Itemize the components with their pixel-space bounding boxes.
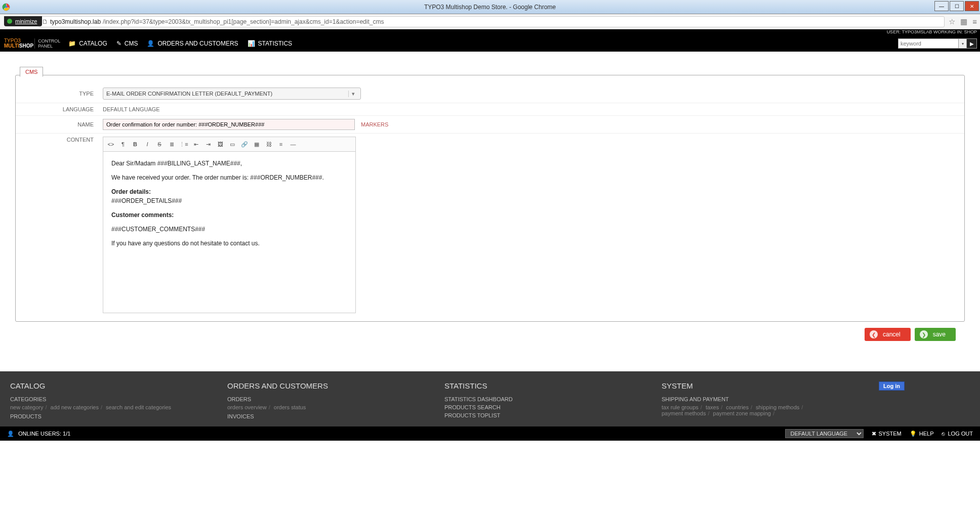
editor-align-button[interactable]: ≡: [275, 139, 287, 149]
editor-body[interactable]: Dear Sir/Madam ###BILLING_LAST_NAME###, …: [103, 151, 356, 313]
url-host: typo3multishop.lab: [50, 18, 101, 25]
nav-orders-customers[interactable]: 👤 ORDERS AND CUSTOMERS: [147, 40, 238, 47]
editor-italic-button[interactable]: I: [142, 139, 153, 149]
system-button[interactable]: ✖ SYSTEM: [872, 431, 902, 437]
menu-icon[interactable]: ≡: [972, 17, 977, 26]
user-icon: 👤: [147, 40, 154, 47]
cancel-button[interactable]: ❮ cancel: [865, 328, 911, 341]
pencil-icon: ✎: [116, 40, 121, 47]
footer-invoices[interactable]: INVOICES: [227, 413, 424, 419]
editor-bold-button[interactable]: B: [130, 139, 141, 149]
window-close-button[interactable]: ✕: [965, 1, 979, 11]
footer-shipping-payment[interactable]: SHIPPING AND PAYMENT: [662, 396, 859, 402]
minimize-tab[interactable]: minimize: [4, 16, 42, 26]
nav-catalog[interactable]: 📁 CATALOG: [68, 40, 107, 47]
footer-link-orders-status[interactable]: orders status: [274, 404, 306, 410]
minimize-link[interactable]: minimize: [15, 18, 37, 24]
editor-hr-button[interactable]: —: [288, 139, 299, 149]
footer-link-payment-zone[interactable]: payment zone mapping: [713, 410, 771, 416]
content-closing: If you have any questions do not hesitat…: [111, 239, 347, 248]
editor-ul-button[interactable]: ≣: [166, 139, 177, 149]
label-language: LANGUAGE: [22, 106, 103, 112]
page-icon: 🗋: [42, 18, 48, 25]
editor-table-button[interactable]: ▦: [251, 139, 262, 149]
chevron-down-icon: ▾: [348, 91, 357, 97]
footer-link-orders-overview[interactable]: orders overview: [227, 404, 267, 410]
user-info: USER: TYPO3MSLAB WORKING IN: SHOP: [887, 29, 977, 34]
window-minimize-button[interactable]: —: [934, 1, 949, 11]
search-dropdown[interactable]: ▾: [959, 38, 967, 49]
language-select[interactable]: DEFAULT LANGUAGE: [785, 429, 864, 438]
markers-link[interactable]: MARKERS: [361, 121, 388, 127]
window-controls: — ☐ ✕: [933, 1, 979, 11]
label-content: CONTENT: [22, 137, 103, 143]
footer-orders-title: ORDERS AND CUSTOMERS: [227, 381, 424, 390]
save-button[interactable]: ❯ save: [915, 328, 956, 341]
footer-stats-title: STATISTICS: [444, 381, 641, 390]
control-panel-label: CONTROLPANEL: [34, 38, 60, 49]
footer-products[interactable]: PRODUCTS: [10, 413, 207, 419]
content-customer-comments-label: Customer comments:: [111, 211, 174, 219]
nav-statistics[interactable]: 📊 STATISTICS: [248, 40, 293, 47]
search-go-button[interactable]: ▶: [967, 38, 977, 49]
name-input[interactable]: [103, 119, 355, 130]
nav-cms[interactable]: ✎ CMS: [116, 40, 138, 47]
type-select[interactable]: E-MAIL ORDER CONFIRMATION LETTER (DEFAUL…: [103, 88, 361, 100]
search-input[interactable]: [898, 38, 959, 49]
content-order-details-label: Order details:: [111, 188, 151, 195]
footer-link-taxes[interactable]: taxes: [706, 404, 719, 410]
editor-link-button[interactable]: ⛓: [263, 139, 274, 149]
footer-categories[interactable]: CATEGORIES: [10, 396, 207, 402]
help-icon: 💡: [910, 431, 917, 437]
chrome-favicon: [2, 3, 10, 11]
editor-strike-button[interactable]: S: [154, 139, 165, 149]
logout-icon: ⎋: [942, 431, 945, 437]
window-maximize-button[interactable]: ☐: [950, 1, 964, 11]
window-titlebar: TYPO3 Multishop Demo Store. - Google Chr…: [0, 0, 980, 14]
logo[interactable]: TYPO3 MULTISHOP CONTROLPANEL: [4, 38, 60, 49]
chart-icon: 📊: [248, 40, 255, 47]
editor-source-button[interactable]: <>: [105, 139, 116, 149]
footer-link-edit-categories[interactable]: search and edit categories: [106, 404, 171, 410]
footer-link-payment-methods[interactable]: payment methods: [662, 410, 706, 416]
editor-indent-button[interactable]: ⇥: [202, 139, 214, 149]
chevron-right-icon: ❯: [920, 330, 928, 338]
footer-products-toplist[interactable]: PRODUCTS TOPLIST: [444, 412, 641, 418]
address-bar[interactable]: 🗋 typo3multishop.lab/index.php?id=37&typ…: [38, 16, 945, 27]
footer-system-title: SYSTEM: [662, 381, 859, 390]
footer-link-tax-groups[interactable]: tax rule groups: [662, 404, 699, 410]
editor-video-button[interactable]: ▭: [227, 139, 238, 149]
footer-products-search[interactable]: PRODUCTS SEARCH: [444, 404, 641, 410]
logout-button[interactable]: ⎋ LOG OUT: [942, 431, 973, 437]
chevron-left-icon: ❮: [870, 330, 878, 338]
footer-link-add-categories[interactable]: add new categories: [51, 404, 99, 410]
url-path: /index.php?id=37&type=2003&tx_multishop_…: [103, 18, 384, 25]
editor-image-button[interactable]: 🖼: [215, 139, 226, 149]
editor-ol-button[interactable]: ⋮≡: [178, 139, 189, 149]
editor-paragraph-button[interactable]: ¶: [117, 139, 129, 149]
user-icon: 👤: [7, 431, 14, 437]
footer-link-new-category[interactable]: new category: [10, 404, 43, 410]
star-icon[interactable]: ☆: [949, 17, 955, 26]
editor-toolbar: <> ¶ B I S ≣ ⋮≡ ⇤ ⇥ 🖼 ▭ 🔗 ▦ ⛓: [103, 137, 356, 151]
bottombar: 👤 ONLINE USERS: 1/1 DEFAULT LANGUAGE ✖ S…: [0, 426, 980, 441]
login-button[interactable]: Log in: [879, 381, 905, 391]
tab-cms[interactable]: CMS: [20, 67, 43, 77]
folder-icon: 📁: [68, 40, 76, 47]
action-buttons: ❮ cancel ❯ save: [15, 322, 965, 351]
status-dot-icon: [7, 19, 12, 24]
help-button[interactable]: 💡 HELP: [910, 431, 934, 437]
label-type: TYPE: [22, 91, 103, 97]
editor-attach-button[interactable]: 🔗: [239, 139, 250, 149]
editor-outdent-button[interactable]: ⇤: [190, 139, 201, 149]
footer: CATALOG CATEGORIES new category/ add new…: [0, 371, 980, 426]
online-users: ONLINE USERS: 1/1: [18, 431, 70, 437]
search-box: ▾ ▶: [898, 38, 977, 49]
footer-link-countries[interactable]: countries: [726, 404, 749, 410]
footer-orders[interactable]: ORDERS: [227, 396, 424, 402]
content-customer-comments-marker: ###CUSTOMER_COMMENTS###: [111, 225, 347, 234]
extension-icon[interactable]: ▦: [960, 17, 967, 26]
footer-stats-dashboard[interactable]: STATISTICS DASHBOARD: [444, 396, 641, 402]
gear-icon: ✖: [872, 431, 876, 437]
footer-link-shipping-methods[interactable]: shipping methods: [756, 404, 799, 410]
